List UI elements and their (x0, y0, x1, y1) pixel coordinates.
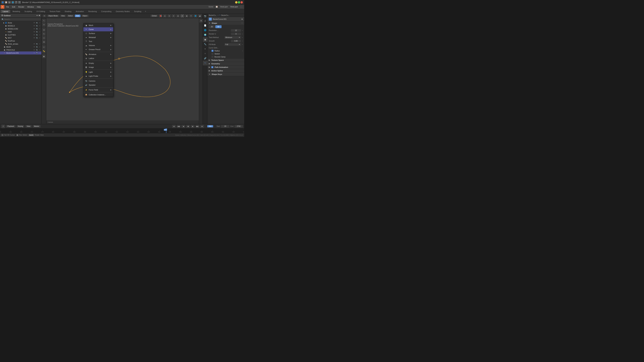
render-icon[interactable]: 📷 (36, 43, 38, 45)
viewport-collapse-btn[interactable]: ◀ (199, 19, 203, 22)
maximize-btn[interactable]: □ (238, 1, 240, 3)
world-props-icon[interactable]: 🌍 (203, 32, 208, 37)
tab-modeling[interactable]: Modeling (10, 10, 22, 13)
visibility-icon[interactable]: 👁 (33, 28, 36, 30)
menu-item-empty[interactable]: ⊕ Empty ▶ (83, 61, 113, 65)
measure-tool-btn[interactable]: 📏 (42, 49, 46, 53)
step-forward-btn[interactable]: ▶▶ (196, 125, 199, 128)
output-props-icon[interactable]: 🖨 (203, 18, 208, 23)
menu-item-light[interactable]: 💡 Light ▶ (83, 70, 113, 74)
shape-keys-header[interactable]: ▼ Shape Keys (208, 72, 244, 76)
play-btn[interactable]: ▶ (191, 125, 194, 128)
taskbar-icon-1[interactable]: 🪟 (5, 1, 8, 4)
outliner-item-restpose[interactable]: 🦴 RestPose (0, 39, 42, 42)
playback-btn[interactable]: Playback (6, 125, 16, 128)
object-menu-btn[interactable]: Object (81, 14, 89, 17)
tab-texture-paint[interactable]: Texture Paint (48, 10, 62, 13)
outliner-options-icon[interactable]: ⚙ (38, 14, 40, 16)
tab-geometry-nodes[interactable]: Geometry Nodes (114, 10, 132, 13)
viewport-canvas[interactable]: Camera Perspective (562) Scene Collectio… (46, 18, 199, 124)
render-u-value[interactable]: 0 (231, 33, 241, 35)
hdri-btn[interactable]: 🌐 (194, 14, 197, 17)
render-icon[interactable]: 📷 (36, 37, 38, 39)
timeline-ruler[interactable]: 4554604654704754804854904955005055105155… (0, 128, 244, 133)
tab-layout[interactable]: Layout (1, 10, 10, 13)
fill-mode-select[interactable]: Full ▼ (224, 43, 241, 46)
shape-options-icon[interactable]: ⋯ (241, 22, 243, 24)
select-menu-btn[interactable]: Select (67, 14, 74, 17)
mode-3d-btn[interactable]: 3D (215, 25, 222, 28)
visibility-icon[interactable]: 👁 (33, 34, 36, 36)
select-icon[interactable]: ↗ (38, 37, 41, 39)
menu-item-curve[interactable]: 〜 Curve ▶ (83, 27, 113, 31)
particles-props-icon[interactable]: ✦ (203, 46, 208, 51)
menu-item-light-probe[interactable]: ◈ Light Probe ▶ (83, 74, 113, 78)
scene-selector[interactable]: 🪟 (214, 5, 219, 8)
scale-tool-btn[interactable]: ⇔ (42, 36, 46, 40)
global-btn[interactable]: Global (150, 14, 158, 17)
play-back-btn[interactable]: ◀ (182, 125, 185, 128)
mode-2d-btn[interactable]: 2D (209, 25, 215, 28)
menu-item-grease-pencil[interactable]: ✏ Grease Pencil ▶ (83, 47, 113, 51)
visibility-icon[interactable]: 👁 (33, 43, 36, 45)
physics-props-icon[interactable]: ⚛ (203, 51, 208, 56)
select-icon[interactable]: ↗ (38, 43, 41, 45)
outliner-item-bear[interactable]: ▣ BEAR 👁 📷 ↗ (0, 45, 42, 48)
overlay-btn[interactable]: ⊙ (172, 14, 176, 17)
texture-space-header[interactable]: ▶ Texture Space (208, 58, 244, 62)
matcap-btn[interactable]: ● (180, 14, 184, 17)
annotate-tool-btn[interactable]: ✏ (42, 45, 46, 49)
visibility-icon[interactable]: 👁 (33, 25, 36, 27)
curve-object-name[interactable]: BezierCurve.001 (213, 18, 240, 20)
menu-edit[interactable]: Edit (11, 5, 16, 8)
timeline-editor-type[interactable]: ⏱ (1, 124, 5, 128)
outliner-item-pinochle[interactable]: ▣ PINOCHLE 👁 📷 ↗ (0, 48, 42, 51)
taskbar-icon-5[interactable]: 📷 (18, 1, 21, 4)
view-layer-props-icon[interactable]: 📑 (203, 23, 208, 28)
tab-animation[interactable]: Animation (74, 10, 86, 13)
outliner-item-clothes[interactable]: ▣ CLOTHES 👁 📷 ↗ (0, 33, 42, 36)
render-icon[interactable]: 📷 (36, 25, 38, 27)
object-mode-btn[interactable]: Object Mode (47, 14, 59, 17)
menu-item-lattice[interactable]: ⊞ Lattice (83, 56, 113, 60)
tab-shading[interactable]: Shading (62, 10, 73, 13)
render-icon[interactable]: 📷 (36, 34, 38, 36)
select-icon[interactable]: ↗ (38, 34, 41, 36)
menu-item-camera[interactable]: 📷 Camera (83, 79, 113, 83)
visibility-icon[interactable]: 👁 (33, 37, 36, 39)
rotate-tool-btn[interactable]: ↻ (42, 32, 46, 36)
tab-rendering[interactable]: Rendering (86, 10, 99, 13)
path-animation-header[interactable]: ▶ ✓ Path Animation (208, 65, 244, 69)
step-back-btn[interactable]: ◀◀ (177, 125, 180, 128)
proportional-btn[interactable]: ◎ (163, 14, 167, 17)
shading-btn[interactable]: ● (167, 14, 171, 17)
cursor-tool-btn[interactable]: ✛ (42, 23, 46, 26)
menu-render[interactable]: Render (17, 5, 26, 8)
view-menu-btn[interactable]: View (60, 14, 66, 17)
blender-logo[interactable]: B (1, 5, 4, 9)
menu-item-force-field[interactable]: ⚡ Force Field ▶ (83, 88, 113, 92)
menu-item-text[interactable]: T Text (83, 39, 113, 43)
select-icon[interactable]: ↗ (38, 22, 41, 24)
jump-start-btn[interactable]: ⏮ (172, 125, 176, 128)
shape-section-header[interactable]: ▼ Shape ⋯ (208, 21, 244, 25)
render-icon[interactable]: 📷 (36, 49, 38, 51)
tab-uv-editing[interactable]: UV Editing (34, 10, 47, 13)
minimize-btn[interactable]: − (235, 1, 238, 3)
close-btn[interactable]: × (240, 1, 243, 3)
visibility-icon[interactable]: 👁 (33, 31, 36, 33)
keying-btn[interactable]: Keying (16, 125, 24, 128)
render-icon[interactable]: 📷 (36, 22, 38, 24)
menu-item-collection-instance[interactable]: 📦 Collection Instance... (83, 93, 113, 97)
select-icon[interactable]: ↗ (38, 52, 41, 54)
outliner-item-hair[interactable]: 〜 HAIR 👁 📷 ↗ (0, 30, 42, 33)
path-anim-checkbox[interactable]: ✓ (211, 66, 213, 68)
select-icon[interactable]: ↗ (38, 31, 41, 33)
stretch-checkbox[interactable] (212, 53, 214, 55)
add-workspace-btn[interactable]: + (144, 10, 148, 13)
jump-end-btn[interactable]: ⏭ (200, 125, 204, 128)
resolution-value[interactable]: 12 (231, 29, 241, 32)
visibility-icon[interactable]: 👁 (33, 52, 36, 54)
outliner-item-models002[interactable]: ▣ MODELS.002 👁 📷 ↗ (0, 27, 42, 30)
menu-window[interactable]: Window (26, 5, 35, 8)
